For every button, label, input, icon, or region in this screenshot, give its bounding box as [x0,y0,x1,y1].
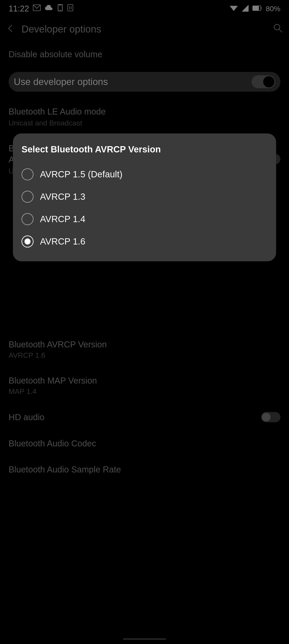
avrcp-15-label: AVRCP 1.5 (Default) [40,169,123,180]
avrcp-15-option[interactable]: AVRCP 1.5 (Default) [21,163,268,186]
avrcp-16-radio[interactable] [21,236,33,248]
avrcp-14-label: AVRCP 1.4 [40,214,85,224]
avrcp-13-option[interactable]: AVRCP 1.3 [21,186,268,208]
avrcp-14-option[interactable]: AVRCP 1.4 [21,208,268,230]
avrcp-version-dialog: Select Bluetooth AVRCP Version AVRCP 1.5… [13,134,276,261]
avrcp-16-option[interactable]: AVRCP 1.6 [21,230,268,253]
avrcp-15-radio[interactable] [21,168,33,180]
dialog-backdrop[interactable] [0,0,289,644]
dialog-title: Select Bluetooth AVRCP Version [21,144,268,154]
avrcp-14-radio[interactable] [21,213,33,225]
avrcp-13-label: AVRCP 1.3 [40,192,85,202]
avrcp-13-radio[interactable] [21,191,33,203]
avrcp-16-radio-inner [24,238,30,244]
avrcp-16-label: AVRCP 1.6 [40,236,85,247]
